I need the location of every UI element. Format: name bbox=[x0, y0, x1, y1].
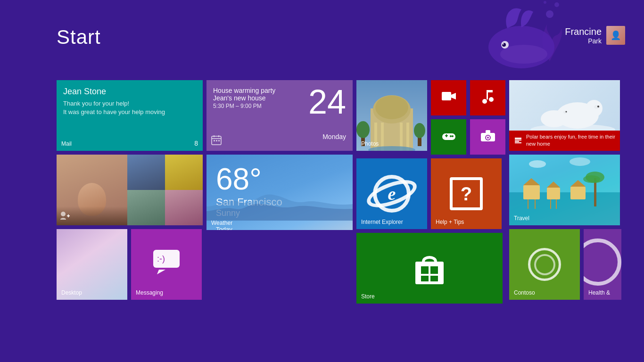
svg-point-48 bbox=[487, 137, 489, 139]
tile-contoso[interactable]: Contoso bbox=[509, 229, 580, 300]
svg-rect-41 bbox=[446, 134, 447, 137]
contoso-label: Contoso bbox=[514, 289, 535, 296]
svg-rect-49 bbox=[415, 262, 444, 284]
fish-decoration bbox=[470, 0, 573, 90]
svg-point-35 bbox=[482, 99, 487, 104]
messaging-label: Messaging bbox=[136, 289, 163, 296]
mail-body-line1: Thank you for your help! bbox=[63, 99, 196, 108]
games-icon bbox=[441, 130, 456, 145]
svg-point-81 bbox=[583, 175, 600, 183]
svg-rect-17 bbox=[214, 140, 215, 141]
tile-messaging[interactable]: :-) Messaging bbox=[131, 229, 202, 300]
svg-point-62 bbox=[566, 111, 567, 113]
column-3: Photos bbox=[356, 80, 505, 304]
tile-helptips[interactable]: ? Help + Tips bbox=[431, 158, 502, 229]
small-tiles-group bbox=[431, 80, 505, 155]
svg-marker-34 bbox=[451, 93, 456, 99]
ie-icon: e bbox=[373, 175, 411, 213]
health-label: Health & bbox=[588, 289, 610, 296]
mail-from: Jean Stone bbox=[63, 87, 196, 97]
tile-news-polarbears[interactable]: Polar bears enjoy fun, free time in thei… bbox=[509, 80, 620, 151]
helptips-question-mark: ? bbox=[461, 183, 472, 205]
svg-rect-53 bbox=[430, 276, 438, 281]
svg-rect-65 bbox=[515, 141, 519, 142]
svg-rect-63 bbox=[515, 138, 521, 139]
svg-point-60 bbox=[558, 107, 569, 119]
svg-point-4 bbox=[501, 41, 509, 49]
tile-health[interactable]: Health & bbox=[584, 229, 621, 300]
store-label: Store bbox=[361, 293, 375, 300]
travel-label: Travel bbox=[514, 215, 529, 222]
people-photo-5 bbox=[165, 190, 203, 225]
video-icon bbox=[442, 91, 456, 105]
calendar-date: 24 bbox=[308, 85, 346, 119]
svg-rect-27 bbox=[406, 123, 409, 151]
svg-rect-66 bbox=[515, 142, 521, 143]
avatar[interactable]: 👤 bbox=[606, 26, 625, 45]
news-headline-overlay: Polar bears enjoy fun, free time in thei… bbox=[509, 131, 620, 151]
store-icon bbox=[411, 248, 448, 288]
tile-people[interactable] bbox=[57, 155, 203, 225]
polarbears-image bbox=[530, 85, 615, 132]
svg-point-43 bbox=[450, 135, 452, 137]
svg-point-3 bbox=[544, 1, 546, 4]
svg-point-82 bbox=[529, 160, 546, 168]
svg-rect-38 bbox=[487, 90, 493, 92]
svg-point-83 bbox=[570, 157, 590, 166]
weather-today-label: Today bbox=[216, 226, 232, 230]
camera-icon bbox=[481, 130, 495, 144]
svg-rect-45 bbox=[486, 130, 490, 133]
svg-rect-71 bbox=[547, 188, 560, 199]
tile-camera[interactable] bbox=[470, 119, 505, 155]
tile-games[interactable] bbox=[431, 119, 466, 155]
tile-weather[interactable]: 68° San Francisco Sunny Today 65°/ 52° M… bbox=[206, 155, 353, 230]
mail-label: Mail bbox=[61, 140, 72, 147]
svg-rect-64 bbox=[515, 140, 521, 140]
start-title: Start bbox=[57, 26, 101, 49]
tile-ie[interactable]: e Internet Explorer bbox=[356, 158, 427, 229]
tile-store[interactable]: Store bbox=[356, 233, 503, 304]
messaging-icon: :-) bbox=[152, 249, 181, 280]
svg-text::-): :-) bbox=[157, 254, 165, 263]
calendar-day: Monday bbox=[322, 133, 346, 140]
svg-point-58 bbox=[597, 106, 599, 107]
mail-body-line2: It was great to have your help moving bbox=[63, 108, 196, 116]
tile-photos[interactable]: Photos bbox=[356, 80, 427, 151]
svg-point-30 bbox=[356, 121, 370, 138]
ie-label: Internet Explorer bbox=[361, 219, 403, 225]
tile-video[interactable] bbox=[431, 80, 466, 115]
svg-rect-33 bbox=[442, 92, 451, 100]
weather-label: Weather bbox=[211, 220, 232, 226]
mail-count: 8 bbox=[194, 140, 198, 147]
people-photo-1 bbox=[57, 155, 127, 225]
svg-point-56 bbox=[586, 100, 603, 117]
svg-rect-19 bbox=[218, 140, 220, 141]
helptips-icon: ? bbox=[450, 177, 483, 210]
svg-rect-73 bbox=[570, 187, 586, 199]
tile-desktop[interactable]: Desktop bbox=[57, 229, 127, 300]
user-profile[interactable]: Francine Park 👤 bbox=[565, 26, 625, 45]
svg-rect-39 bbox=[442, 133, 455, 140]
svg-rect-18 bbox=[216, 140, 217, 141]
tile-mail[interactable]: Jean Stone Thank you for your help! It w… bbox=[57, 80, 203, 151]
svg-rect-50 bbox=[421, 266, 429, 274]
weather-landscape bbox=[206, 183, 353, 221]
svg-point-36 bbox=[489, 97, 494, 102]
tiles-container: Jean Stone Thank you for your help! It w… bbox=[57, 80, 621, 304]
svg-point-6 bbox=[503, 43, 504, 45]
tile-travel[interactable]: Travel bbox=[509, 155, 620, 225]
calendar-icon bbox=[211, 135, 222, 147]
tile-calendar[interactable]: House warming party Jean's new house 5:3… bbox=[206, 80, 353, 151]
svg-rect-52 bbox=[421, 276, 429, 281]
photos-label: Photos bbox=[361, 140, 379, 147]
column-1: Jean Stone Thank you for your help! It w… bbox=[57, 80, 203, 300]
tile-music[interactable] bbox=[470, 80, 505, 115]
svg-rect-51 bbox=[430, 266, 438, 274]
news-headline: Polar bears enjoy fun, free time in thei… bbox=[526, 134, 615, 146]
svg-point-23 bbox=[375, 96, 408, 119]
contoso-logo bbox=[528, 248, 561, 281]
helptips-label: Help + Tips bbox=[436, 219, 464, 225]
people-photo-4 bbox=[127, 190, 165, 225]
svg-point-8 bbox=[61, 212, 66, 216]
people-add-icon bbox=[59, 210, 70, 222]
